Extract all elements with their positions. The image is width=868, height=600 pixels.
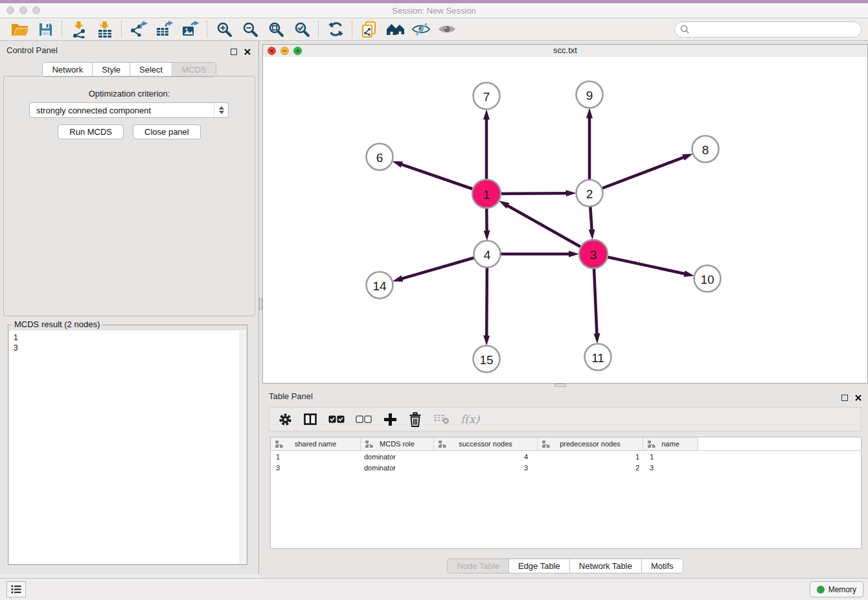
zoom-fit-icon[interactable] (263, 19, 289, 39)
float-panel-icon[interactable] (231, 49, 237, 55)
table-row[interactable]: 3dominator323 (271, 462, 861, 473)
graph-node-6[interactable]: 6 (367, 144, 393, 170)
network-minimize-button[interactable] (280, 47, 289, 55)
column-header-successor-nodes[interactable]: successor nodes (434, 437, 538, 450)
column-header-shared-name[interactable]: shared name (271, 437, 361, 450)
svg-text:9: 9 (586, 89, 593, 102)
close-panel-icon[interactable] (244, 46, 251, 58)
cell-shared-name[interactable]: 1 (271, 453, 361, 461)
svg-text:11: 11 (591, 351, 604, 365)
svg-text:4: 4 (484, 248, 491, 262)
network-close-button[interactable] (268, 47, 276, 55)
result-scrollbar[interactable] (240, 331, 246, 564)
graph-node-9[interactable]: 9 (577, 82, 603, 108)
tab-select[interactable]: Select (130, 63, 172, 76)
network-window-controls (268, 47, 302, 55)
mcds-result-line: 1 (14, 332, 238, 343)
table-row[interactable]: 1dominator411 (271, 451, 861, 462)
graph-node-11[interactable]: 11 (585, 344, 611, 371)
save-session-icon[interactable] (32, 19, 58, 39)
close-table-panel-icon[interactable] (855, 392, 862, 404)
cell-predecessor-nodes[interactable]: 2 (538, 464, 643, 472)
memory-button-label: Memory (828, 585, 856, 594)
tab-network[interactable]: Network (43, 63, 92, 76)
run-mcds-button[interactable]: Run MCDS (58, 124, 124, 139)
toolbar-separator (207, 21, 208, 38)
cell-successor-nodes[interactable]: 4 (434, 453, 538, 461)
column-view-icon[interactable] (303, 410, 317, 428)
table-panel-title: Table Panel (269, 391, 313, 401)
export-table-icon[interactable] (152, 19, 177, 39)
tab-motifs[interactable]: Motifs (641, 559, 683, 573)
cell-mcds-role[interactable]: dominator (361, 453, 434, 461)
criterion-select[interactable]: strongly connected component (29, 102, 229, 118)
network-maximize-button[interactable] (293, 47, 302, 55)
control-panel-controls (231, 46, 251, 58)
cell-predecessor-nodes[interactable]: 1 (538, 453, 643, 461)
tab-node-table[interactable]: Node Table (448, 559, 508, 573)
graph-node-1[interactable]: 1 (472, 179, 501, 208)
search-input[interactable] (674, 21, 862, 38)
zoom-in-icon[interactable] (211, 19, 237, 39)
search-box (674, 21, 862, 38)
import-network-icon[interactable] (66, 19, 92, 39)
tab-style[interactable]: Style (92, 63, 130, 76)
column-header-name[interactable]: name (643, 437, 698, 450)
graph-node-15[interactable]: 15 (474, 346, 500, 373)
home-icon[interactable] (382, 19, 408, 39)
network-from-selection-icon[interactable] (356, 19, 382, 39)
select-stepper-icon (214, 103, 228, 117)
delete-column-icon[interactable] (408, 410, 422, 428)
graph-node-10[interactable]: 10 (694, 266, 721, 292)
export-image-icon[interactable] (177, 19, 203, 39)
cell-mcds-role[interactable]: dominator (361, 464, 434, 472)
select-all-icon[interactable] (328, 410, 345, 428)
close-panel-button[interactable]: Close panel (133, 124, 201, 139)
cell-name[interactable]: 1 (643, 453, 698, 461)
window-title: Session: New Session (0, 6, 868, 16)
split-pane-grip-horizontal[interactable] (554, 384, 566, 387)
column-header-predecessor-nodes[interactable]: predecessor nodes (538, 437, 643, 450)
table-tabs: Node TableEdge TableNetwork TableMotifs (262, 559, 868, 573)
memory-button[interactable]: Memory (810, 581, 863, 597)
toolbar-separator (62, 21, 63, 38)
graph-edge-2-8[interactable] (589, 157, 685, 193)
show-all-eye-icon[interactable] (434, 19, 460, 39)
tab-network-table[interactable]: Network Table (569, 559, 641, 573)
graph-node-3[interactable]: 3 (579, 240, 608, 268)
graph-node-14[interactable]: 14 (367, 272, 393, 299)
float-table-panel-icon[interactable] (841, 395, 848, 401)
network-window-titlebar: scc.txt (263, 45, 867, 58)
cell-name[interactable]: 3 (643, 464, 698, 472)
import-table-icon[interactable] (92, 19, 118, 39)
tab-mcds[interactable]: MCDS (172, 63, 215, 76)
graph-node-4[interactable]: 4 (474, 241, 501, 268)
export-network-icon[interactable] (126, 19, 152, 39)
network-canvas[interactable]: 7968124314101511 (263, 57, 867, 383)
deselect-all-icon[interactable] (356, 410, 372, 428)
task-history-button[interactable] (6, 581, 26, 597)
table-settings-gear-icon[interactable] (278, 410, 292, 428)
mcds-result-text[interactable]: 13 (9, 330, 246, 564)
add-column-icon[interactable] (383, 410, 397, 428)
zoom-out-icon[interactable] (237, 19, 263, 39)
tab-edge-table[interactable]: Edge Table (508, 559, 569, 573)
network-window-title: scc.txt (263, 45, 867, 56)
function-builder-icon[interactable]: f(x) (461, 410, 479, 428)
column-header-mcds-role[interactable]: MCDS role (361, 437, 434, 450)
svg-text:10: 10 (700, 273, 714, 286)
criterion-select-value: strongly connected component (36, 106, 151, 115)
graph-node-8[interactable]: 8 (692, 136, 719, 163)
refresh-icon[interactable] (323, 19, 348, 39)
cell-shared-name[interactable]: 3 (271, 464, 361, 472)
graph-node-7[interactable]: 7 (474, 83, 500, 110)
memory-status-dot (817, 586, 825, 594)
cell-successor-nodes[interactable]: 3 (434, 464, 538, 472)
hide-selected-eye-icon[interactable] (408, 19, 434, 39)
zoom-selected-icon[interactable] (289, 19, 315, 39)
optimization-criterion-label: Optimization criterion: (0, 89, 258, 98)
delete-table-icon[interactable] (433, 410, 450, 428)
open-session-icon[interactable] (6, 19, 32, 39)
graph-node-2[interactable]: 2 (577, 180, 603, 207)
toolbar-separator (318, 21, 319, 38)
